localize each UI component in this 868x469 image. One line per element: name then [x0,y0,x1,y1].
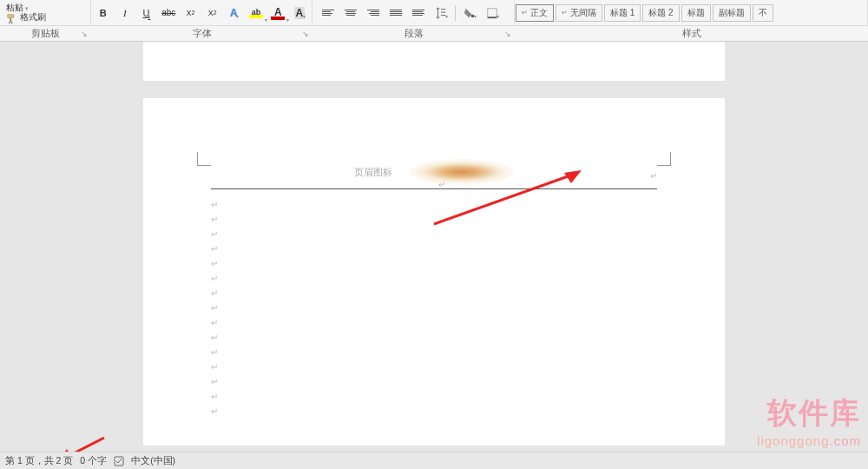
status-language[interactable]: 中文(中国) [131,455,175,467]
format-painter-icon [6,13,18,22]
style-normal[interactable]: ↵正文 [516,4,554,22]
section-font: B I U▾ abc X2 X2 A▾ ab▾ A▾ A▾ [91,0,312,25]
align-distribute-button[interactable] [410,4,427,22]
align-right-button[interactable] [365,4,382,22]
proofing-icon [114,456,124,466]
document-page[interactable]: 页眉图标 ↵ ↵ ↵ ↵ ↵ ↵ ↵ ↵ ↵ ↵ ↵ ↵ ↵ ↵ ↵ ↵ ↵ [143,98,725,446]
document-body[interactable]: ↵ ↵ ↵ ↵ ↵ ↵ ↵ ↵ ↵ ↵ ↵ ↵ ↵ ↵ ↵ [211,200,657,421]
ribbon-toolbar: 粘贴▾ 格式刷 B I U▾ abc X2 X2 A▾ ab▾ A▾ A▾ ▾ … [0,0,868,26]
margin-corner-tl [197,152,211,166]
section-styles: ↵正文 ↵无间隔 标题 1 标题 2 标题 副标题 不 [515,0,868,25]
para-mark-icon: ↵ [438,180,445,189]
font-color-button[interactable]: A▾ [270,4,286,22]
font-group-label: 字体 [193,27,212,40]
style-no-spacing[interactable]: ↵无间隔 [556,4,602,22]
style-heading-1[interactable]: 标题 1 [604,4,641,22]
header-label: 页眉图标 [354,166,392,179]
font-launcher-icon[interactable]: ↘ [302,30,309,38]
page-header[interactable]: 页眉图标 ↵ ↵ [211,150,657,185]
previous-page-edge [143,42,725,81]
text-effects-button[interactable]: A▾ [226,4,242,22]
paste-button[interactable]: 粘贴▾ 格式刷 [3,3,49,22]
strikethrough-button[interactable]: abc [161,4,177,22]
style-subtitle[interactable]: 副标题 [713,4,751,22]
char-shading-button[interactable]: A▾ [292,4,308,22]
style-more[interactable]: 不 [753,4,773,22]
shading-button[interactable]: ▾ [461,4,478,22]
margin-corner-tr [657,152,671,166]
align-justify-button[interactable] [387,4,404,22]
bold-button[interactable]: B [95,4,111,22]
svg-rect-1 [487,8,496,17]
borders-button[interactable]: ▾ [483,4,501,22]
clipboard-group-label: 剪贴板 [31,27,60,40]
paragraph-group-label: 段落 [404,27,424,40]
section-clipboard: 粘贴▾ 格式刷 [0,0,91,25]
underline-button[interactable]: U▾ [138,4,155,22]
status-page[interactable]: 第 1 页，共 2 页 [5,455,73,467]
style-title[interactable]: 标题 [681,4,711,22]
section-paragraph: ▾ ▾ ▾ [312,0,515,25]
status-proofing[interactable] [114,456,124,466]
styles-group-label: 样式 [682,27,701,40]
align-left-button[interactable] [319,4,337,22]
ribbon-group-labels: 剪贴板↘ 字体↘ 段落↘ 样式 [0,26,868,42]
header-image[interactable] [410,159,514,185]
clipboard-launcher-icon[interactable]: ↘ [81,30,88,38]
document-area[interactable]: 页眉图标 ↵ ↵ ↵ ↵ ↵ ↵ ↵ ↵ ↵ ↵ ↵ ↵ ↵ ↵ ↵ ↵ ↵ [0,42,868,452]
highlight-button[interactable]: ab▾ [247,4,264,22]
paragraph-launcher-icon[interactable]: ↘ [504,30,511,38]
style-heading-2[interactable]: 标题 2 [642,4,679,22]
header-underline [211,188,657,189]
para-mark-icon: ↵ [650,171,657,181]
status-bar: 第 1 页，共 2 页 0 个字 中文(中国) [0,452,868,469]
italic-button[interactable]: I [116,4,133,22]
align-center-button[interactable] [342,4,359,22]
line-spacing-button[interactable]: ▾ [432,4,450,22]
subscript-button[interactable]: X2 [182,4,199,22]
superscript-button[interactable]: X2 [204,4,220,22]
status-word-count[interactable]: 0 个字 [80,455,107,467]
